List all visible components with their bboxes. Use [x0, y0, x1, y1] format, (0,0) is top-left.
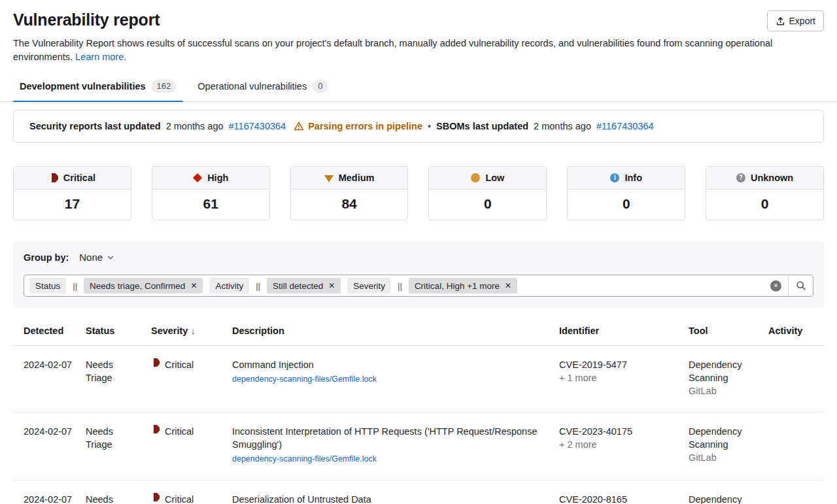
cell-severity: Critical: [151, 480, 232, 504]
vulnerability-title[interactable]: Deserialization of Untrusted Data: [232, 493, 549, 504]
close-icon[interactable]: [190, 282, 197, 290]
severity-card-label: High: [207, 173, 228, 183]
bullet-separator: •: [428, 121, 431, 131]
learn-more-link[interactable]: Learn more: [75, 52, 124, 62]
tool-name: Dependency Scanning: [689, 493, 758, 504]
severity-card-count: 17: [14, 190, 131, 220]
cell-detected: 2024-02-07: [13, 346, 86, 412]
severity-label: Critical: [165, 493, 194, 504]
token-value-label: Critical, High +1 more: [415, 281, 500, 291]
column-header-detected[interactable]: Detected: [13, 316, 86, 346]
vulnerability-title[interactable]: Inconsistent Interpretation of HTTP Requ…: [232, 425, 549, 451]
parsing-errors-warning[interactable]: Parsing errors in pipeline: [294, 121, 422, 131]
tab-count-badge: 0: [312, 80, 328, 93]
token-value-chip[interactable]: Critical, High +1 more: [409, 278, 517, 294]
sboms-label: SBOMs last updated: [436, 121, 528, 131]
column-header-label: Severity: [151, 326, 188, 336]
severity-card-count: 0: [429, 190, 546, 220]
tab-development-vulnerabilities[interactable]: Development vulnerabilities 162: [13, 80, 183, 101]
severity-unknown-icon: [736, 173, 745, 182]
cell-identifier: CVE-2020-8165 + 1 more: [559, 480, 689, 504]
clear-filters-icon[interactable]: [770, 280, 781, 292]
severity-card-label: Medium: [339, 173, 375, 183]
identifier-primary: CVE-2019-5477: [559, 358, 678, 371]
group-by-value: None: [79, 252, 103, 263]
filter-panel: Group by: None Status || Needs triage, C…: [13, 241, 824, 307]
column-header-severity[interactable]: Severity: [151, 316, 232, 346]
cell-tool: Dependency Scanning GitLab: [689, 346, 768, 412]
cell-status: Needs Triage: [86, 480, 151, 504]
table-row[interactable]: 2024-02-07 Needs Triage Critical Deseria…: [13, 480, 824, 504]
sboms-time: 2 months ago: [534, 121, 591, 131]
severity-card-high: High 61: [152, 166, 270, 220]
cell-detected: 2024-02-07: [13, 412, 86, 480]
close-icon[interactable]: [505, 282, 511, 290]
filter-search-input[interactable]: [524, 275, 770, 296]
severity-critical-icon: [49, 173, 58, 182]
cell-tool: Dependency Scanning GitLab: [689, 412, 768, 480]
vulnerability-title[interactable]: Command Injection: [232, 358, 549, 371]
vulnerability-table: Detected Status Severity Description Ide…: [13, 316, 824, 504]
severity-card-count: 84: [291, 190, 408, 220]
identifier-more: + 2 more: [559, 438, 678, 451]
group-by-dropdown[interactable]: None: [79, 252, 114, 263]
description-period: .: [124, 52, 126, 62]
cell-status: Needs Triage: [86, 412, 151, 480]
token-operator: ||: [398, 281, 402, 291]
severity-medium-icon: [324, 175, 333, 182]
export-button-label: Export: [789, 16, 815, 26]
tab-label: Development vulnerabilities: [20, 81, 146, 92]
security-reports-time: 2 months ago: [166, 121, 224, 131]
table-row[interactable]: 2024-02-07 Needs Triage Critical Command…: [13, 346, 824, 412]
token-value-chip[interactable]: Needs triage, Confirmed: [84, 278, 203, 294]
search-icon: [796, 280, 806, 291]
chevron-down-icon: [107, 254, 114, 261]
description-text: The Vulnerability Report shows results o…: [13, 38, 772, 62]
severity-card-count: 0: [706, 190, 823, 220]
column-header-description[interactable]: Description: [232, 316, 559, 346]
filtered-search-bar[interactable]: Status || Needs triage, Confirmed Activi…: [24, 275, 813, 297]
search-button[interactable]: [788, 275, 813, 296]
tool-vendor: GitLab: [689, 384, 758, 397]
severity-card-low: Low 0: [428, 166, 547, 220]
severity-label: Critical: [165, 358, 194, 371]
table-row[interactable]: 2024-02-07 Needs Triage Critical Inconsi…: [13, 412, 824, 480]
column-header-tool[interactable]: Tool: [689, 316, 768, 346]
token-name-chip[interactable]: Status: [29, 278, 66, 294]
token-value-chip[interactable]: Still detected: [267, 278, 341, 294]
filter-token-severity: Severity || Critical, High +1 more: [347, 278, 517, 294]
token-value-label: Still detected: [273, 281, 323, 291]
filter-token-activity: Activity || Still detected: [209, 278, 341, 294]
table-header-row: Detected Status Severity Description Ide…: [13, 316, 824, 346]
token-operator: ||: [73, 281, 77, 291]
cell-activity: [768, 346, 824, 412]
location-link[interactable]: dependency-scanning-files/Gemfile.lock: [232, 373, 377, 386]
severity-high-icon: [193, 173, 202, 182]
security-reports-label: Security reports last updated: [29, 121, 161, 131]
cell-activity: [768, 412, 824, 480]
column-header-identifier[interactable]: Identifier: [559, 316, 689, 346]
column-header-status[interactable]: Status: [86, 316, 151, 346]
tool-vendor: GitLab: [689, 451, 758, 464]
severity-info-icon: [610, 173, 619, 182]
report-tabs: Development vulnerabilities 162 Operatio…: [0, 80, 837, 102]
column-header-activity[interactable]: Activity: [768, 316, 824, 346]
close-icon[interactable]: [328, 282, 335, 290]
tool-name: Dependency Scanning: [689, 425, 758, 451]
cell-severity: Critical: [151, 412, 232, 480]
identifier-more: + 1 more: [559, 371, 678, 384]
token-name-chip[interactable]: Severity: [347, 278, 391, 294]
severity-card-info: Info 0: [567, 166, 685, 220]
tab-operational-vulnerabilities[interactable]: Operational vulnerabilities 0: [191, 80, 335, 101]
parsing-errors-label: Parsing errors in pipeline: [308, 121, 422, 131]
severity-card-medium: Medium 84: [290, 166, 409, 220]
page-header: Vulnerability report Export: [13, 10, 824, 31]
cell-activity: [768, 480, 824, 504]
token-name-chip[interactable]: Activity: [209, 278, 249, 294]
token-value-label: Needs triage, Confirmed: [90, 281, 185, 291]
export-button[interactable]: Export: [767, 10, 824, 31]
location-link[interactable]: dependency-scanning-files/Gemfile.lock: [232, 452, 377, 465]
sbom-pipeline-link[interactable]: #1167430364: [596, 121, 654, 131]
tool-name: Dependency Scanning: [689, 358, 758, 384]
security-pipeline-link[interactable]: #1167430364: [229, 121, 286, 131]
